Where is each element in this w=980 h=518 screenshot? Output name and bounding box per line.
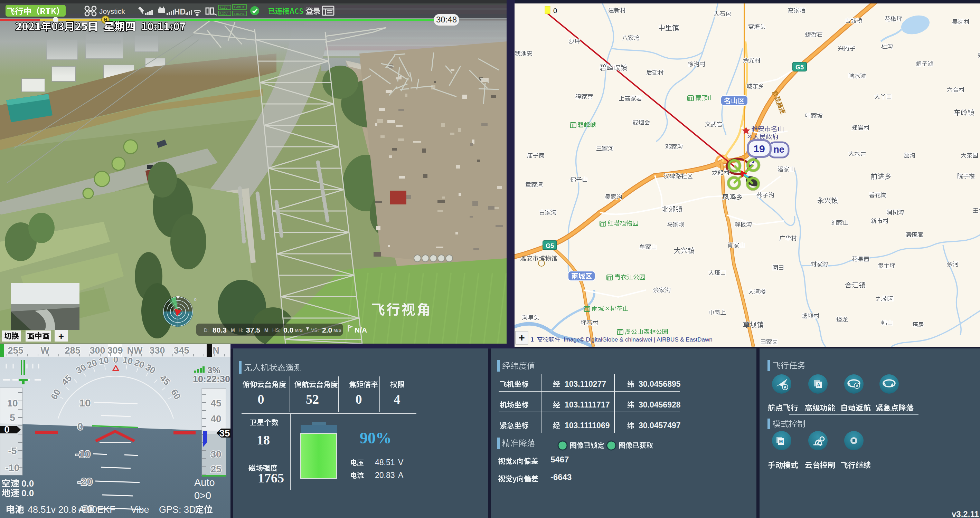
svg-text:A: A	[398, 471, 404, 480]
svg-text:HS:: HS:	[272, 327, 280, 333]
svg-text:N/A: N/A	[355, 326, 367, 334]
svg-text:+: +	[59, 331, 64, 342]
svg-text:2.4GHZ: 2.4GHZ	[234, 6, 245, 9]
svg-text:M: M	[231, 327, 235, 333]
svg-text:30.0456895: 30.0456895	[639, 380, 681, 389]
svg-text:19: 19	[753, 143, 765, 154]
svg-text:0: 0	[258, 392, 264, 407]
svg-text:0.0: 0.0	[283, 326, 293, 334]
svg-text:37.5: 37.5	[246, 326, 260, 334]
svg-text:40: 40	[210, 413, 221, 424]
svg-text:5: 5	[10, 412, 15, 423]
svg-text:52: 52	[306, 392, 319, 407]
svg-text:-10: -10	[75, 448, 90, 460]
svg-text:5.8GHZ: 5.8GHZ	[234, 12, 245, 16]
svg-text:1765: 1765	[258, 471, 284, 485]
svg-text:18: 18	[257, 433, 270, 447]
svg-text:G5: G5	[795, 64, 804, 71]
svg-text:30.0456928: 30.0456928	[639, 400, 681, 409]
svg-text:0.0: 0.0	[21, 478, 34, 489]
svg-text:-20: -20	[77, 476, 92, 487]
svg-text:-6643: -6643	[550, 472, 571, 482]
svg-text:M: M	[264, 327, 269, 333]
svg-text:10: 10	[79, 397, 91, 408]
svg-text:Joystick: Joystick	[99, 7, 125, 15]
svg-text:A: A	[817, 382, 820, 388]
svg-text:0.0: 0.0	[21, 488, 34, 498]
svg-text:5467: 5467	[550, 455, 569, 464]
svg-text:48.51v 20.8 A 90EKF: 48.51v 20.8 A 90EKF	[28, 505, 115, 515]
svg-text:0: 0	[553, 7, 557, 14]
svg-text:A: A	[856, 384, 858, 388]
svg-text:48.51: 48.51	[375, 458, 395, 467]
svg-text:GPS: 3D: GPS: 3D	[159, 505, 196, 515]
svg-text:10:22:30: 10:22:30	[193, 374, 230, 385]
svg-text:0>0: 0>0	[194, 490, 211, 501]
svg-text:300: 300	[89, 345, 105, 356]
svg-text:255: 255	[8, 345, 23, 356]
svg-text:90%: 90%	[360, 429, 391, 447]
svg-text:M: M	[779, 439, 783, 444]
svg-text:2.0: 2.0	[322, 326, 332, 334]
svg-text:4.19V: 4.19V	[220, 6, 228, 10]
svg-text:VS:: VS:	[311, 327, 319, 333]
svg-text:10: 10	[7, 398, 18, 408]
svg-text:0: 0	[77, 421, 83, 432]
svg-text:0: 0	[194, 297, 197, 302]
svg-text:25: 25	[210, 464, 221, 475]
svg-text:Vibe: Vibe	[130, 505, 149, 515]
svg-text:M/S: M/S	[295, 328, 303, 333]
svg-text:30.0457497: 30.0457497	[639, 421, 681, 430]
svg-text:NW: NW	[127, 345, 143, 356]
svg-text:30:48: 30:48	[436, 15, 457, 24]
svg-text:+: +	[519, 332, 525, 343]
svg-text:285: 285	[65, 345, 80, 356]
svg-text:4.20V: 4.20V	[220, 12, 228, 15]
svg-text:103.1111717: 103.1111717	[565, 400, 610, 409]
svg-text:309: 309	[107, 345, 123, 356]
svg-text:Auto: Auto	[194, 477, 215, 488]
svg-text:20.83: 20.83	[375, 471, 395, 480]
svg-text:45: 45	[210, 398, 221, 408]
svg-text:V: V	[398, 458, 404, 467]
svg-text:30: 30	[210, 449, 221, 460]
svg-text:M/S: M/S	[334, 328, 341, 333]
svg-text:80.3: 80.3	[213, 326, 227, 334]
svg-text:ne: ne	[773, 145, 784, 155]
svg-text:v3.2.11: v3.2.11	[952, 509, 979, 518]
svg-text:N: N	[213, 345, 220, 356]
svg-text:103.110277: 103.110277	[565, 380, 606, 389]
svg-text:HD: HD	[174, 7, 186, 16]
svg-text:-10: -10	[6, 462, 19, 473]
svg-text:0: 0	[356, 392, 362, 407]
svg-text:A: A	[784, 385, 786, 389]
svg-text:D:: D:	[204, 327, 209, 333]
svg-text:Image© DigitalGlobe & chinasiw: Image© DigitalGlobe & chinasiwei | AIRBU…	[563, 336, 713, 343]
svg-text:G5: G5	[546, 242, 554, 249]
svg-text:345: 345	[173, 345, 189, 356]
svg-text:103.1111069: 103.1111069	[565, 421, 610, 430]
svg-text:35: 35	[219, 428, 230, 439]
svg-text:4: 4	[394, 392, 401, 407]
svg-text:0: 0	[4, 424, 10, 435]
svg-text:H:: H:	[239, 327, 243, 333]
svg-text:-5: -5	[8, 445, 17, 456]
